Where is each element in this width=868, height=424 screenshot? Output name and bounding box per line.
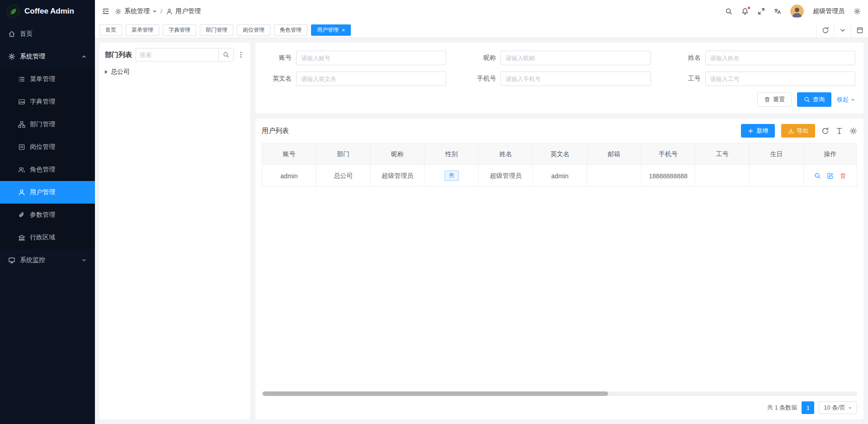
table-row: admin 总公司 超级管理员 男 超级管理员 admin 1888888888… bbox=[262, 165, 857, 187]
column-header-work-no: 工号 bbox=[695, 143, 750, 165]
tab-label: 菜单管理 bbox=[132, 26, 153, 34]
delete-row-icon[interactable] bbox=[840, 172, 846, 179]
post-icon bbox=[18, 143, 25, 151]
sidebar: Coffee Admin 首页 系统管理 菜单管理 字典管理 bbox=[0, 0, 95, 424]
settings-gear-icon[interactable] bbox=[854, 8, 861, 15]
cell-actions bbox=[804, 165, 857, 187]
sidebar-item-label: 首页 bbox=[20, 30, 33, 38]
tab-bar: 首页 菜单管理 字典管理 部门管理 岗位管理 角色管理 用户管理 × bbox=[95, 23, 868, 38]
refresh-icon[interactable] bbox=[821, 127, 829, 135]
page-size-select[interactable]: 10 条/页 bbox=[819, 401, 857, 414]
notification-bell-icon[interactable] bbox=[741, 8, 749, 15]
query-button-label: 查询 bbox=[813, 95, 825, 104]
translate-icon[interactable] bbox=[774, 8, 781, 15]
department-search-button[interactable] bbox=[218, 48, 234, 62]
sidebar-item-dict-mgmt[interactable]: 字典管理 bbox=[0, 91, 95, 113]
collapse-filters-button[interactable]: 收起 bbox=[837, 95, 855, 104]
row-height-icon[interactable] bbox=[835, 127, 843, 135]
home-icon bbox=[8, 30, 15, 38]
avatar[interactable] bbox=[790, 5, 804, 18]
phone-input[interactable] bbox=[500, 71, 651, 86]
sidebar-group-monitor[interactable]: 系统监控 bbox=[0, 249, 95, 272]
header-actions: 超级管理员 bbox=[725, 5, 861, 18]
department-search-input[interactable] bbox=[136, 48, 218, 62]
fullscreen-icon[interactable] bbox=[758, 8, 765, 15]
tab-user-mgmt[interactable]: 用户管理 × bbox=[311, 24, 351, 36]
tab-close-icon[interactable]: × bbox=[342, 28, 345, 33]
sidebar-item-menu-mgmt[interactable]: 菜单管理 bbox=[0, 68, 95, 91]
tab-label: 用户管理 bbox=[317, 26, 339, 34]
field-label: 姓名 bbox=[673, 54, 701, 62]
coffee-logo-icon bbox=[6, 5, 20, 18]
user-list-title: 用户列表 bbox=[262, 127, 289, 135]
page-size-value: 10 条/页 bbox=[824, 404, 845, 412]
breadcrumb-item-system[interactable]: 系统管理 bbox=[115, 7, 157, 15]
tab-label: 角色管理 bbox=[280, 26, 302, 34]
horizontal-scrollbar[interactable] bbox=[262, 391, 857, 396]
tab-post-mgmt[interactable]: 岗位管理 bbox=[237, 24, 270, 36]
reset-button[interactable]: 重置 bbox=[757, 92, 792, 107]
cell-email bbox=[587, 165, 641, 187]
tab-home[interactable]: 首页 bbox=[99, 24, 122, 36]
chevron-down-icon[interactable] bbox=[834, 23, 851, 38]
view-row-icon[interactable] bbox=[814, 172, 821, 179]
breadcrumb-label: 用户管理 bbox=[175, 7, 201, 15]
tab-dict-mgmt[interactable]: 字典管理 bbox=[163, 24, 196, 36]
sidebar-item-home[interactable]: 首页 bbox=[0, 23, 95, 45]
content-fullscreen-icon[interactable] bbox=[851, 23, 868, 38]
column-settings-gear-icon[interactable] bbox=[849, 127, 857, 135]
main-column: 系统管理 / 用户管理 bbox=[95, 0, 868, 424]
export-button-label: 导出 bbox=[797, 127, 808, 135]
cell-work-no bbox=[695, 165, 750, 187]
column-header-actions: 操作 bbox=[804, 143, 857, 165]
horizontal-scrollbar-thumb[interactable] bbox=[263, 391, 608, 396]
department-panel-title: 部门列表 bbox=[105, 51, 132, 59]
sidebar-item-admin-region[interactable]: 行政区域 bbox=[0, 226, 95, 249]
sidebar-item-post-mgmt[interactable]: 岗位管理 bbox=[0, 136, 95, 158]
more-options-icon[interactable] bbox=[237, 51, 245, 58]
current-user-name[interactable]: 超级管理员 bbox=[813, 7, 844, 15]
sidebar-item-dept-mgmt[interactable]: 部门管理 bbox=[0, 113, 95, 136]
tree-node-head-office[interactable]: 总公司 bbox=[105, 68, 245, 76]
breadcrumb-separator: / bbox=[160, 8, 162, 15]
monitor-icon bbox=[8, 257, 15, 264]
field-label: 英文名 bbox=[264, 75, 292, 83]
user-table: 账号 部门 昵称 性别 姓名 英文名 邮箱 手机号 工号 生日 bbox=[262, 143, 857, 187]
field-name: 姓名 bbox=[673, 51, 855, 65]
notification-badge bbox=[747, 6, 750, 10]
tab-menu-mgmt[interactable]: 菜单管理 bbox=[126, 24, 159, 36]
sidebar-group-system[interactable]: 系统管理 bbox=[0, 45, 95, 68]
tree-expand-caret-icon[interactable] bbox=[105, 70, 108, 74]
account-input[interactable] bbox=[296, 51, 446, 65]
breadcrumb: 系统管理 / 用户管理 bbox=[115, 7, 201, 15]
sidebar-item-role-mgmt[interactable]: 角色管理 bbox=[0, 158, 95, 181]
search-icon[interactable] bbox=[725, 8, 732, 15]
breadcrumb-item-user[interactable]: 用户管理 bbox=[166, 7, 201, 15]
english-name-input[interactable] bbox=[296, 71, 446, 86]
tab-role-mgmt[interactable]: 角色管理 bbox=[274, 24, 307, 36]
cell-dept: 总公司 bbox=[316, 165, 370, 187]
chevron-up-icon bbox=[81, 54, 87, 59]
pagination-total: 共 1 条数据 bbox=[767, 404, 797, 412]
gear-icon bbox=[115, 8, 122, 15]
refresh-icon[interactable] bbox=[816, 23, 834, 38]
nickname-input[interactable] bbox=[500, 51, 651, 65]
user-list-header: 用户列表 新增 导出 bbox=[262, 124, 857, 138]
page-number-button[interactable]: 1 bbox=[802, 401, 814, 414]
field-nickname: 昵称 bbox=[468, 51, 651, 65]
tab-dept-mgmt[interactable]: 部门管理 bbox=[200, 24, 233, 36]
sidebar-collapse-icon[interactable] bbox=[102, 8, 109, 15]
name-input[interactable] bbox=[705, 51, 855, 65]
sidebar-item-user-mgmt[interactable]: 用户管理 bbox=[0, 181, 95, 204]
add-user-button[interactable]: 新增 bbox=[741, 124, 775, 138]
edit-row-icon[interactable] bbox=[827, 172, 834, 179]
column-header-english-name: 英文名 bbox=[533, 143, 587, 165]
work-no-input[interactable] bbox=[705, 71, 855, 86]
dictionary-icon bbox=[18, 98, 25, 105]
department-panel-header: 部门列表 bbox=[105, 48, 245, 62]
sidebar-item-label: 行政区域 bbox=[30, 233, 55, 242]
query-button[interactable]: 查询 bbox=[797, 92, 831, 107]
export-button[interactable]: 导出 bbox=[781, 124, 815, 138]
field-label: 昵称 bbox=[468, 54, 496, 62]
sidebar-item-param-mgmt[interactable]: 参数管理 bbox=[0, 204, 95, 226]
